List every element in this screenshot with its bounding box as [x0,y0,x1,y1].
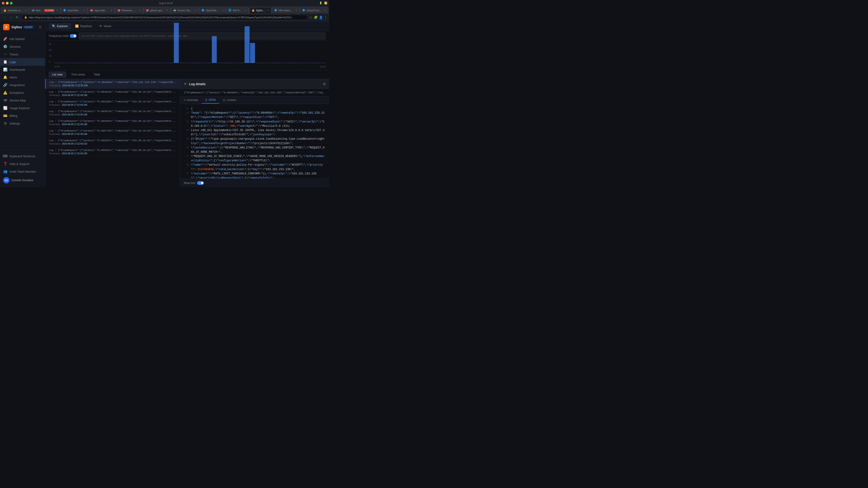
sidebar-item-billing[interactable]: 💳 Billing [0,112,45,120]
sidebar-item-keyboard-shortcuts[interactable]: ⌨ Keyboard Shortcuts [0,152,45,160]
sidebar-item-settings[interactable]: ⚙ Settings [0,120,45,127]
sidebar-item-logs[interactable]: 📋 Logs [0,58,45,66]
tab-views[interactable]: 👁 Views [96,23,114,29]
tab-favicon-7: 🔷 [202,9,205,12]
log-entry[interactable]: Log : {"httpRequest":{"latency":"0.00335… [45,118,180,128]
logs-icon: 📋 [3,60,7,64]
detail-tab-context[interactable]: ◫ Context [219,96,240,104]
table-button[interactable]: Table [90,72,104,77]
back-button[interactable]: ‹ [2,15,7,20]
sidebar-item-service-map[interactable]: 🗺 Service Map [0,96,45,104]
sidebar-item-label: Keyboard Shortcuts [9,155,35,158]
chart-bar [250,43,255,63]
tab-close-6[interactable]: ✕ [195,9,196,11]
search-filter-input[interactable]: Search Filter | select options from sugg… [79,33,326,39]
profile-icon[interactable]: 👤 [319,15,323,19]
sidebar-item-get-started[interactable]: 🚀 Get Started [0,35,45,43]
log-entry[interactable]: Log : {"httpRequest":{"latency":"0.00310… [45,98,180,108]
explorer-tab-icon: 🔍 [52,24,56,28]
invite-icon: 👥 [3,169,7,173]
copy-button[interactable]: ⧉ [323,82,326,86]
tab-close-11[interactable]: ✕ [324,9,326,11]
wifi-icon: 📶 [324,2,327,4]
chart-bar [223,63,228,63]
browser-tab-9[interactable]: 🔥 SigNoz | Logs ✕ [249,7,272,13]
browser-tab-6[interactable]: 🐳 Docker Standalone... ✕ [170,7,199,13]
detail-close-button[interactable]: ✕ [184,82,187,86]
tab-close-8[interactable]: ✕ [245,9,247,11]
browser-tab-10[interactable]: 🔷 VM instances – Co... ✕ [272,7,300,13]
sidebar-item-integrations[interactable]: 🔗 Integrations [0,81,45,89]
tab-favicon-11: 🔷 [302,9,305,12]
tab-explorer[interactable]: 🔍 Explorer [49,23,71,29]
detail-tab-overview[interactable]: ≡ Overview [180,96,202,104]
sidebar-item-usage-explorer[interactable]: 📈 Usage Explorer [0,104,45,112]
browser-tab-2[interactable]: 🔷 OpenTelemetry B... ✕ [61,7,88,13]
overview-tab-icon: ≡ [184,98,185,102]
tab-pipelines[interactable]: 🔀 Pipelines [72,23,95,29]
bookmark-icon[interactable]: ☆ [309,15,312,19]
user-avatar: SG [3,177,9,184]
tab-label-9: SigNoz | Logs [256,9,266,12]
tab-close-7[interactable]: ✕ [221,9,223,11]
log-entry[interactable]: Log : {"httpRequest":{"latency":"0.00401… [45,89,180,98]
log-timestamp: Timestamp : 2024-08-09 17:22:55.438 [49,84,176,87]
browser-tab-5[interactable]: 🐙 github open-telem... ✕ [143,7,170,13]
line-number: 2 [184,111,188,115]
line-content: \"name\":\"default-security-policy-for-s… [191,163,326,171]
sidebar-collapse-button[interactable]: ☰ [39,25,42,29]
minimize-window-button[interactable] [6,2,8,4]
tab-close-4[interactable]: ✕ [139,9,141,11]
sidebar-item-label: Dashboards [9,68,25,71]
list-view-button[interactable]: List view [49,72,66,77]
log-entry[interactable]: Log : {"httpRequest":{"latency":"0.00335… [45,137,180,147]
detail-tab-json[interactable]: {} JSON [202,96,219,104]
log-entry[interactable]: Log : {"httpRequest":{"latency":"0.00335… [45,147,180,157]
time-series-button[interactable]: Time series [68,72,89,77]
close-window-button[interactable] [2,2,4,4]
sidebar-item-traces[interactable]: 〰 Traces [0,51,45,58]
line-content: \"requestUrl\":\"http://34.160.38.13/\",… [191,120,326,128]
extensions-icon[interactable]: 🧩 [314,15,318,19]
log-timestamp: Timestamp : 2024-08-09 17:22:48.248 [49,152,176,155]
tab-close-1[interactable]: ✕ [56,9,58,11]
chart-bar [310,63,315,63]
browser-tab-11[interactable]: 🔷 Cloud Functions Lo... ✕ [300,7,328,13]
chart-bar [266,63,271,63]
tab-close-2[interactable]: ✕ [83,9,85,11]
sidebar-item-help[interactable]: ❓ Help & Support [0,160,45,168]
url-bar[interactable]: 🔒 https://fspj-bxxl.signoz.cloud/logs/lo… [22,15,308,20]
reload-button[interactable]: ↻ [14,15,20,20]
tab-label-6: Docker Standalone... [178,9,193,12]
chart-bar [141,63,146,63]
browser-tab-8[interactable]: 🌐 404 Not Found ✕ [226,7,249,13]
log-entry[interactable]: Log : {"httpRequest":{"latency":"0.00377… [45,128,180,137]
browser-tab-4[interactable]: 🐙 Releases · open-tel... ✕ [115,7,143,13]
browser-tab-7[interactable]: 🔷 OpenTelemetry B... ✕ [199,7,226,13]
maximize-window-button[interactable] [10,2,13,4]
browser-tab-1[interactable]: 📹 Meet - Signoz: LB ... PLAYING ✕ [29,7,61,13]
sidebar-item-services[interactable]: ⚙️ Services [0,43,45,51]
tab-close-10[interactable]: ✕ [296,9,297,11]
chart-bar [206,63,211,63]
browser-tab-0[interactable]: 🔥 Interview with Sum... ✕ [1,7,29,13]
chart-bar [120,63,125,63]
log-entry[interactable]: Log : {"httpRequest":{"latency":"0.00297… [45,108,180,118]
tab-close-5[interactable]: ✕ [166,9,168,11]
tab-close-9[interactable]: ✕ [268,9,269,11]
tab-close-0[interactable]: ✕ [25,9,26,11]
frequency-chart-toggle[interactable]: Frequency chart [49,34,76,38]
log-entry[interactable]: Log : {"httpRequest":{"latency":"0.00460… [45,79,180,89]
sidebar-item-invite[interactable]: 👥 Invite Team Member [0,168,45,175]
chart-bar [217,63,222,63]
forward-button[interactable]: › [8,15,13,20]
tab-close-3[interactable]: ✕ [111,9,112,11]
y-label-20: 20 [49,49,51,51]
sidebar-item-exceptions[interactable]: ⚠️ Exceptions [0,89,45,96]
wrap-text-toggle[interactable] [197,181,204,185]
browser-tab-3[interactable]: 🐙 signoz/deploy/doc... ✕ [88,7,115,13]
sidebar-item-dashboards[interactable]: 📊 Dashboards [0,66,45,73]
sidebar-item-alerts[interactable]: 🔔 Alerts [0,73,45,81]
menu-icon[interactable]: ⋮ [324,15,327,19]
frequency-chart-switch[interactable] [70,34,76,38]
